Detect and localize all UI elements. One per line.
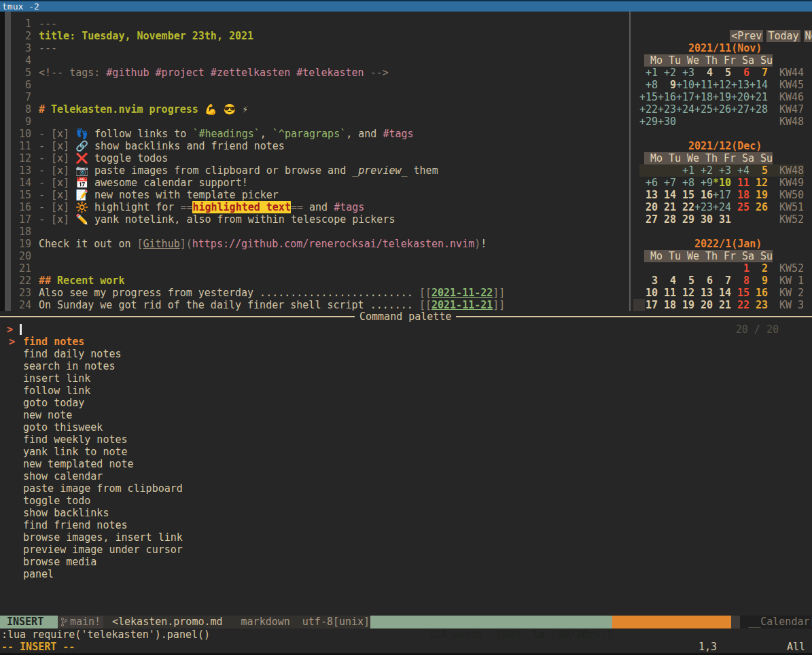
day-cell[interactable]: +17 bbox=[676, 91, 694, 103]
palette-item[interactable]: panel bbox=[0, 568, 812, 580]
day-cell[interactable]: 4 bbox=[658, 275, 676, 287]
day-cell[interactable]: 17 bbox=[639, 299, 658, 311]
day-cell[interactable]: +13 bbox=[731, 79, 749, 91]
markdown-editor[interactable]: 1---2title: Tuesday, November 23th, 2021… bbox=[11, 18, 626, 311]
day-cell[interactable]: 8 bbox=[731, 275, 749, 287]
day-cell[interactable]: +18 bbox=[694, 91, 713, 103]
day-cell[interactable]: *10 bbox=[713, 177, 731, 189]
day-cell[interactable]: 11 bbox=[658, 287, 676, 299]
day-cell[interactable]: 6 bbox=[731, 67, 749, 79]
palette-item[interactable]: show backlinks bbox=[0, 507, 812, 519]
window-titlebar[interactable]: tmux -2 bbox=[0, 0, 812, 12]
github-url[interactable]: https://github.com/renerocksai/telekaste… bbox=[192, 238, 474, 250]
day-cell[interactable]: 18 bbox=[731, 189, 749, 201]
day-cell[interactable]: +2 bbox=[658, 67, 676, 79]
palette-item[interactable]: toggle todo bbox=[0, 495, 812, 507]
day-cell[interactable]: +28 bbox=[749, 103, 768, 116]
day-cell[interactable]: 21 bbox=[658, 201, 676, 213]
day-cell[interactable]: 14 bbox=[658, 189, 676, 201]
next-month-button[interactable]: Next> bbox=[804, 30, 812, 42]
github-link[interactable]: Github bbox=[143, 238, 180, 250]
day-cell[interactable]: 25 bbox=[731, 201, 749, 213]
command-line[interactable]: :lua require('telekasten').panel() bbox=[0, 629, 210, 641]
day-cell[interactable]: 15 bbox=[731, 287, 749, 299]
day-cell[interactable]: 20 bbox=[639, 201, 658, 213]
day-cell[interactable]: 27 bbox=[639, 213, 658, 226]
day-cell[interactable]: +7 bbox=[658, 177, 676, 189]
palette-item[interactable]: new note bbox=[0, 409, 812, 421]
day-cell[interactable]: 20 bbox=[694, 299, 713, 311]
day-cell[interactable]: +29 bbox=[639, 116, 658, 128]
day-cell[interactable]: +20 bbox=[731, 91, 749, 103]
day-cell[interactable]: +22 bbox=[639, 103, 658, 116]
day-cell[interactable]: 9 bbox=[658, 79, 676, 91]
day-cell[interactable]: 13 bbox=[694, 287, 713, 299]
day-cell[interactable]: +15 bbox=[639, 91, 658, 103]
day-cell[interactable]: 28 bbox=[658, 213, 676, 226]
day-cell[interactable]: 10 bbox=[639, 287, 658, 299]
day-cell[interactable]: +16 bbox=[658, 91, 676, 103]
day-cell[interactable]: +10 bbox=[676, 79, 694, 91]
day-cell[interactable]: 11 bbox=[731, 177, 749, 189]
day-cell[interactable]: 9 bbox=[749, 275, 768, 287]
day-cell[interactable]: +4 bbox=[731, 164, 749, 177]
day-cell[interactable]: 5 bbox=[676, 275, 694, 287]
day-cell[interactable]: 22 bbox=[676, 201, 694, 213]
day-cell[interactable]: +1 bbox=[676, 164, 694, 177]
day-cell[interactable]: +11 bbox=[694, 79, 713, 91]
palette-selected-item[interactable]: > find notes bbox=[0, 336, 812, 348]
day-cell[interactable]: +6 bbox=[639, 177, 658, 189]
day-cell[interactable]: 30 bbox=[694, 213, 713, 226]
day-cell[interactable]: 23 bbox=[749, 299, 768, 311]
palette-item[interactable]: follow link bbox=[0, 385, 812, 397]
day-cell[interactable]: 19 bbox=[749, 189, 768, 201]
day-cell[interactable]: +3 bbox=[713, 164, 731, 177]
palette-item[interactable]: browse media bbox=[0, 556, 812, 568]
note-link[interactable]: 2021-11-21 bbox=[431, 299, 493, 311]
day-cell[interactable]: 3 bbox=[639, 275, 658, 287]
day-cell[interactable]: +23 bbox=[658, 103, 676, 116]
day-cell[interactable]: +17 bbox=[713, 189, 731, 201]
palette-item[interactable]: show calendar bbox=[0, 470, 812, 482]
palette-item[interactable]: find daily notes bbox=[0, 348, 812, 360]
day-cell[interactable]: 26 bbox=[749, 201, 768, 213]
day-cell[interactable]: 5 bbox=[713, 67, 731, 79]
day-cell[interactable]: +24 bbox=[713, 201, 731, 213]
palette-item[interactable]: paste image from clipboard bbox=[0, 482, 812, 495]
palette-item[interactable]: goto thisweek bbox=[0, 421, 812, 433]
day-cell[interactable]: 29 bbox=[676, 213, 694, 226]
palette-item[interactable]: preview image under cursor bbox=[0, 544, 812, 556]
day-cell[interactable]: +27 bbox=[731, 103, 749, 116]
note-link[interactable]: 2021-11-22 bbox=[431, 287, 493, 299]
day-cell[interactable]: +24 bbox=[676, 103, 694, 116]
palette-item[interactable]: search in notes bbox=[0, 360, 812, 372]
day-cell[interactable]: +2 bbox=[694, 164, 713, 177]
day-cell[interactable]: +8 bbox=[639, 79, 658, 91]
day-cell[interactable]: 7 bbox=[713, 275, 731, 287]
left-scrollbar[interactable] bbox=[5, 12, 11, 311]
day-cell[interactable]: 18 bbox=[658, 299, 676, 311]
day-cell[interactable]: +19 bbox=[713, 91, 731, 103]
day-cell[interactable]: 12 bbox=[749, 177, 768, 189]
day-cell[interactable]: 19 bbox=[676, 299, 694, 311]
day-cell[interactable]: 2 bbox=[749, 262, 768, 275]
palette-prompt[interactable]: > 20 / 20 bbox=[0, 323, 812, 336]
palette-item[interactable]: browse images, insert link bbox=[0, 531, 812, 544]
day-cell[interactable]: 15 bbox=[676, 189, 694, 201]
prev-month-button[interactable]: <Prev bbox=[730, 30, 763, 42]
day-cell[interactable]: 13 bbox=[639, 189, 658, 201]
day-cell[interactable]: 16 bbox=[694, 189, 713, 201]
day-cell[interactable]: 22 bbox=[731, 299, 749, 311]
day-cell[interactable]: 5 bbox=[749, 164, 768, 177]
buffer-badge[interactable]: ☲ [11]tra… bbox=[612, 616, 731, 629]
day-cell[interactable]: 16 bbox=[749, 287, 768, 299]
day-cell[interactable]: 1 bbox=[731, 262, 749, 275]
today-button[interactable]: Today bbox=[766, 30, 800, 42]
day-cell[interactable]: +21 bbox=[749, 91, 768, 103]
day-cell[interactable]: +23 bbox=[694, 201, 713, 213]
day-cell[interactable]: +30 bbox=[658, 116, 676, 128]
day-cell[interactable]: 14 bbox=[713, 287, 731, 299]
palette-item[interactable]: insert link bbox=[0, 372, 812, 385]
day-cell[interactable]: +9 bbox=[694, 177, 713, 189]
day-cell[interactable]: +8 bbox=[676, 177, 694, 189]
